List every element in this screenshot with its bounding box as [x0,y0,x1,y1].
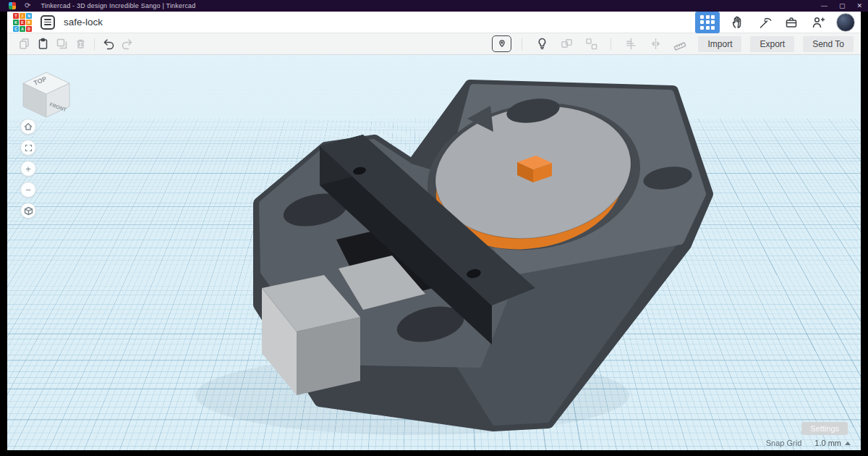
perspective-toggle-button[interactable] [20,203,36,219]
ruler-icon[interactable] [671,35,689,53]
design-name[interactable]: safe-lock [64,17,103,28]
show-all-bulb-icon[interactable] [532,35,551,53]
tinkercad-favicon-icon [9,2,16,9]
delete-icon[interactable] [71,35,90,53]
browser-tab-title: Tinkercad - 3D design Incredible Sango |… [41,2,195,9]
duplicate-icon[interactable] [52,35,71,53]
workspaces-grid-button[interactable] [695,12,720,33]
maximize-button[interactable]: ▢ [839,3,846,9]
notes-icon[interactable] [492,35,511,52]
snap-grid-label: Snap Grid [766,439,802,447]
add-person-icon[interactable] [809,14,827,31]
divider [94,38,95,50]
redo-icon[interactable] [118,35,137,53]
pickaxe-icon[interactable] [756,14,773,31]
snap-grid-value: 1.0 mm [814,439,841,447]
tinkercad-logo[interactable]: T I N K E R C A D [13,13,32,32]
snap-grid-caret-icon [845,442,851,445]
paste-icon[interactable] [33,35,52,53]
mirror-icon[interactable] [646,35,665,53]
browser-titlebar: ⟳ Tinkercad - 3D design Incredible Sango… [0,0,868,12]
ungroup-icon[interactable] [582,35,600,53]
send-to-button[interactable]: Send To [803,36,854,52]
zoom-out-button[interactable]: − [20,182,36,198]
copy-icon[interactable] [14,35,33,53]
divider [610,38,611,50]
hand-icon[interactable] [729,14,746,31]
briefcase-icon[interactable] [783,14,800,31]
view-cube[interactable]: TOP FRONT [13,61,80,127]
import-button[interactable]: Import [698,36,741,52]
fit-view-button[interactable] [20,140,36,156]
zoom-in-button[interactable]: + [20,161,36,177]
app-header: T I N K E R C A D safe-lock [7,12,861,33]
edit-toolbar: Import Export Send To [7,33,861,55]
design-properties-menu-icon[interactable] [41,15,55,30]
divider [522,38,522,50]
export-button[interactable]: Export [750,36,794,52]
home-view-button[interactable] [20,119,36,135]
settings-button[interactable]: Settings [801,422,848,435]
group-icon[interactable] [557,35,576,53]
snap-grid-row: Snap Grid 1.0 mm [766,439,851,447]
view-toolstack: + − [20,119,36,219]
tinkercad-app-window: T I N K E R C A D safe-lock [7,12,861,450]
close-button[interactable]: ✕ [856,3,862,9]
model-safe-lock[interactable] [7,55,861,450]
viewport-3d[interactable]: TOP FRONT + − Settings Snap Grid 1.0 mm [7,55,861,450]
avatar[interactable] [836,13,855,32]
undo-icon[interactable] [99,35,118,53]
align-icon[interactable] [621,35,640,53]
reload-icon[interactable]: ⟳ [25,2,30,9]
minimize-button[interactable]: — [821,3,827,9]
snap-grid-select[interactable]: 1.0 mm [814,439,851,447]
